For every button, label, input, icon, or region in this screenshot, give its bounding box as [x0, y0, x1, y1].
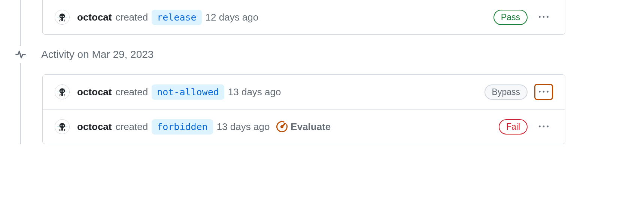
activity-group: octocat created release 12 days ago Pass — [14, 0, 644, 35]
activity-timeline: octocat created release 12 days ago Pass — [0, 0, 644, 144]
branch-label[interactable]: not-allowed — [152, 84, 224, 100]
timeago: 13 days ago — [228, 86, 281, 98]
username-link[interactable]: octocat — [77, 121, 112, 133]
octocat-icon — [57, 86, 68, 98]
kebab-menu-button[interactable] — [534, 9, 553, 25]
username-link[interactable]: octocat — [77, 86, 112, 98]
svg-point-9 — [60, 90, 61, 92]
activity-row: octocat created not-allowed 13 days ago … — [43, 75, 565, 109]
avatar[interactable] — [55, 119, 70, 134]
kebab-horizontal-icon — [539, 122, 549, 132]
username-link[interactable]: octocat — [77, 12, 112, 23]
activity-row-right: Pass — [493, 9, 553, 25]
activity-list: octocat created not-allowed 13 days ago … — [42, 74, 565, 144]
svg-rect-11 — [61, 93, 63, 96]
activity-verb: created — [115, 121, 148, 133]
evaluate-label: Evaluate — [291, 121, 331, 133]
svg-rect-4 — [61, 18, 63, 21]
meter-icon — [276, 121, 288, 132]
kebab-horizontal-icon — [539, 87, 549, 97]
branch-label[interactable]: forbidden — [152, 119, 213, 135]
status-badge-bypass: Bypass — [484, 84, 528, 100]
activity-date-header: Activity on Mar 29, 2023 — [14, 46, 644, 63]
svg-point-10 — [63, 90, 64, 92]
timeago: 12 days ago — [206, 12, 259, 23]
svg-point-17 — [63, 125, 64, 126]
pulse-icon-svg — [15, 49, 26, 60]
svg-point-15 — [60, 123, 65, 128]
kebab-horizontal-icon — [539, 12, 549, 22]
activity-row: octocat created forbidden 13 days ago Ev… — [43, 109, 565, 144]
svg-point-1 — [60, 13, 65, 19]
activity-list: octocat created release 12 days ago Pass — [42, 0, 565, 35]
activity-date-text: Activity on Mar 29, 2023 — [41, 49, 154, 61]
timeago: 13 days ago — [217, 121, 270, 133]
activity-verb: created — [115, 86, 148, 98]
kebab-menu-button[interactable] — [534, 84, 553, 100]
activity-row: octocat created release 12 days ago Pass — [43, 0, 565, 34]
activity-row-main: octocat created forbidden 13 days ago Ev… — [55, 119, 499, 135]
evaluate-indicator: Evaluate — [276, 121, 331, 133]
svg-point-2 — [60, 16, 61, 17]
avatar[interactable] — [55, 84, 70, 99]
svg-point-8 — [60, 88, 65, 93]
pulse-icon — [12, 46, 29, 63]
kebab-menu-button[interactable] — [534, 118, 553, 135]
branch-label[interactable]: release — [152, 10, 201, 25]
svg-rect-18 — [61, 128, 63, 131]
octocat-icon — [57, 121, 68, 132]
octocat-icon — [57, 12, 68, 23]
avatar[interactable] — [55, 10, 70, 25]
activity-row-main: octocat created release 12 days ago — [55, 10, 493, 25]
activity-row-main: octocat created not-allowed 13 days ago — [55, 84, 484, 100]
svg-point-16 — [60, 125, 61, 126]
status-badge-pass: Pass — [493, 10, 528, 25]
activity-verb: created — [115, 12, 148, 23]
svg-point-3 — [63, 16, 64, 17]
activity-row-right: Bypass — [484, 84, 553, 100]
activity-row-right: Fail — [499, 118, 553, 135]
status-badge-fail: Fail — [499, 119, 528, 135]
activity-group: Activity on Mar 29, 2023 — [14, 46, 644, 144]
